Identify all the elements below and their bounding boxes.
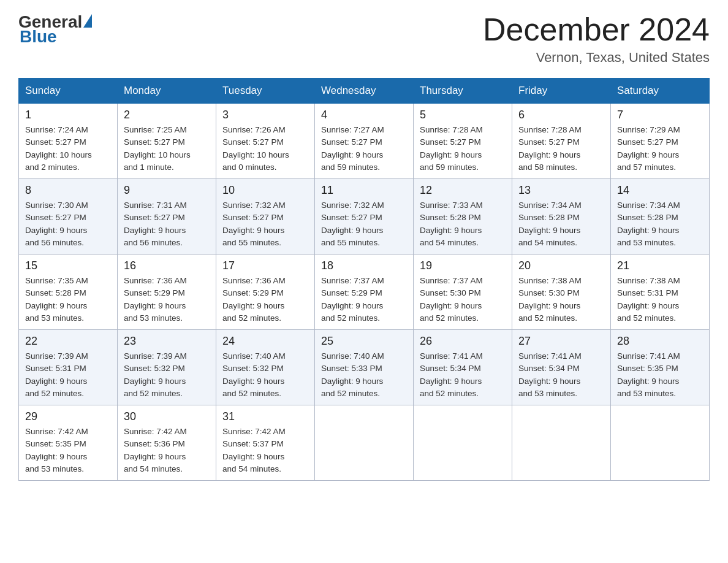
logo[interactable]: General Blue bbox=[18, 12, 92, 47]
day-info: Sunrise: 7:29 AMSunset: 5:27 PMDaylight:… bbox=[617, 124, 703, 174]
calendar-week-row: 15Sunrise: 7:35 AMSunset: 5:28 PMDayligh… bbox=[19, 255, 710, 330]
calendar-cell: 24Sunrise: 7:40 AMSunset: 5:32 PMDayligh… bbox=[216, 330, 315, 405]
logo-blue-text: Blue bbox=[20, 27, 57, 47]
calendar-week-row: 1Sunrise: 7:24 AMSunset: 5:27 PMDaylight… bbox=[19, 104, 710, 179]
day-number: 22 bbox=[25, 335, 111, 348]
weekday-header-saturday: Saturday bbox=[611, 79, 710, 104]
calendar-cell: 12Sunrise: 7:33 AMSunset: 5:28 PMDayligh… bbox=[414, 179, 512, 255]
day-number: 15 bbox=[25, 259, 111, 272]
day-info: Sunrise: 7:38 AMSunset: 5:31 PMDaylight:… bbox=[617, 275, 703, 324]
calendar-cell: 19Sunrise: 7:37 AMSunset: 5:30 PMDayligh… bbox=[414, 255, 512, 330]
day-number: 13 bbox=[518, 184, 604, 197]
calendar-cell bbox=[512, 405, 611, 481]
day-number: 27 bbox=[518, 335, 604, 348]
day-number: 18 bbox=[321, 259, 407, 272]
calendar-cell bbox=[315, 405, 414, 481]
calendar-cell bbox=[611, 405, 710, 481]
day-info: Sunrise: 7:35 AMSunset: 5:28 PMDaylight:… bbox=[25, 275, 111, 324]
day-info: Sunrise: 7:30 AMSunset: 5:27 PMDaylight:… bbox=[25, 199, 111, 249]
calendar-cell: 10Sunrise: 7:32 AMSunset: 5:27 PMDayligh… bbox=[216, 179, 315, 255]
weekday-header-tuesday: Tuesday bbox=[216, 79, 315, 104]
day-info: Sunrise: 7:36 AMSunset: 5:29 PMDaylight:… bbox=[222, 275, 308, 324]
calendar-cell: 27Sunrise: 7:41 AMSunset: 5:34 PMDayligh… bbox=[512, 330, 611, 405]
calendar-cell: 26Sunrise: 7:41 AMSunset: 5:34 PMDayligh… bbox=[414, 330, 512, 405]
day-info: Sunrise: 7:28 AMSunset: 5:27 PMDaylight:… bbox=[518, 124, 604, 174]
day-info: Sunrise: 7:42 AMSunset: 5:35 PMDaylight:… bbox=[25, 426, 111, 475]
calendar-cell: 8Sunrise: 7:30 AMSunset: 5:27 PMDaylight… bbox=[19, 179, 118, 255]
day-number: 1 bbox=[25, 109, 111, 121]
calendar-cell bbox=[414, 405, 512, 481]
weekday-header-wednesday: Wednesday bbox=[315, 79, 414, 104]
day-number: 30 bbox=[124, 410, 210, 423]
day-info: Sunrise: 7:40 AMSunset: 5:33 PMDaylight:… bbox=[321, 350, 407, 400]
day-info: Sunrise: 7:39 AMSunset: 5:32 PMDaylight:… bbox=[124, 350, 210, 400]
day-number: 26 bbox=[420, 335, 506, 348]
calendar-cell: 20Sunrise: 7:38 AMSunset: 5:30 PMDayligh… bbox=[512, 255, 611, 330]
day-number: 29 bbox=[25, 410, 111, 423]
weekday-header-thursday: Thursday bbox=[414, 79, 512, 104]
calendar-cell: 17Sunrise: 7:36 AMSunset: 5:29 PMDayligh… bbox=[216, 255, 315, 330]
day-info: Sunrise: 7:26 AMSunset: 5:27 PMDaylight:… bbox=[222, 124, 308, 174]
logo-triangle-icon bbox=[83, 14, 92, 28]
day-info: Sunrise: 7:41 AMSunset: 5:34 PMDaylight:… bbox=[420, 350, 506, 400]
day-info: Sunrise: 7:28 AMSunset: 5:27 PMDaylight:… bbox=[420, 124, 506, 174]
weekday-header-sunday: Sunday bbox=[19, 79, 118, 104]
calendar-cell: 23Sunrise: 7:39 AMSunset: 5:32 PMDayligh… bbox=[118, 330, 216, 405]
day-number: 7 bbox=[617, 109, 703, 121]
calendar-cell: 14Sunrise: 7:34 AMSunset: 5:28 PMDayligh… bbox=[611, 179, 710, 255]
day-number: 3 bbox=[222, 109, 308, 121]
day-number: 20 bbox=[518, 259, 604, 272]
weekday-header-monday: Monday bbox=[118, 79, 216, 104]
day-number: 24 bbox=[222, 335, 308, 348]
calendar-cell: 1Sunrise: 7:24 AMSunset: 5:27 PMDaylight… bbox=[19, 104, 118, 179]
day-info: Sunrise: 7:32 AMSunset: 5:27 PMDaylight:… bbox=[321, 199, 407, 249]
day-number: 8 bbox=[25, 184, 111, 197]
day-number: 6 bbox=[518, 109, 604, 121]
calendar-cell: 13Sunrise: 7:34 AMSunset: 5:28 PMDayligh… bbox=[512, 179, 611, 255]
day-info: Sunrise: 7:36 AMSunset: 5:29 PMDaylight:… bbox=[124, 275, 210, 324]
calendar-cell: 7Sunrise: 7:29 AMSunset: 5:27 PMDaylight… bbox=[611, 104, 710, 179]
day-number: 23 bbox=[124, 335, 210, 348]
title-block: December 2024 Vernon, Texas, United Stat… bbox=[483, 12, 710, 66]
day-number: 16 bbox=[124, 259, 210, 272]
calendar-cell: 16Sunrise: 7:36 AMSunset: 5:29 PMDayligh… bbox=[118, 255, 216, 330]
day-info: Sunrise: 7:42 AMSunset: 5:37 PMDaylight:… bbox=[222, 426, 308, 475]
day-info: Sunrise: 7:24 AMSunset: 5:27 PMDaylight:… bbox=[25, 124, 111, 174]
day-info: Sunrise: 7:31 AMSunset: 5:27 PMDaylight:… bbox=[124, 199, 210, 249]
day-info: Sunrise: 7:42 AMSunset: 5:36 PMDaylight:… bbox=[124, 426, 210, 475]
day-number: 5 bbox=[420, 109, 506, 121]
calendar-cell: 21Sunrise: 7:38 AMSunset: 5:31 PMDayligh… bbox=[611, 255, 710, 330]
calendar-cell: 22Sunrise: 7:39 AMSunset: 5:31 PMDayligh… bbox=[19, 330, 118, 405]
day-number: 9 bbox=[124, 184, 210, 197]
calendar-header-row: SundayMondayTuesdayWednesdayThursdayFrid… bbox=[19, 79, 710, 104]
day-number: 14 bbox=[617, 184, 703, 197]
location-label: Vernon, Texas, United States bbox=[483, 50, 710, 66]
day-info: Sunrise: 7:34 AMSunset: 5:28 PMDaylight:… bbox=[617, 199, 703, 249]
calendar-week-row: 29Sunrise: 7:42 AMSunset: 5:35 PMDayligh… bbox=[19, 405, 710, 481]
calendar-cell: 28Sunrise: 7:41 AMSunset: 5:35 PMDayligh… bbox=[611, 330, 710, 405]
calendar-cell: 29Sunrise: 7:42 AMSunset: 5:35 PMDayligh… bbox=[19, 405, 118, 481]
day-info: Sunrise: 7:37 AMSunset: 5:29 PMDaylight:… bbox=[321, 275, 407, 324]
day-number: 17 bbox=[222, 259, 308, 272]
calendar-cell: 6Sunrise: 7:28 AMSunset: 5:27 PMDaylight… bbox=[512, 104, 611, 179]
day-number: 28 bbox=[617, 335, 703, 348]
calendar-cell: 11Sunrise: 7:32 AMSunset: 5:27 PMDayligh… bbox=[315, 179, 414, 255]
day-number: 25 bbox=[321, 335, 407, 348]
day-info: Sunrise: 7:40 AMSunset: 5:32 PMDaylight:… bbox=[222, 350, 308, 400]
day-info: Sunrise: 7:27 AMSunset: 5:27 PMDaylight:… bbox=[321, 124, 407, 174]
day-info: Sunrise: 7:38 AMSunset: 5:30 PMDaylight:… bbox=[518, 275, 604, 324]
calendar-cell: 31Sunrise: 7:42 AMSunset: 5:37 PMDayligh… bbox=[216, 405, 315, 481]
weekday-header-friday: Friday bbox=[512, 79, 611, 104]
day-number: 21 bbox=[617, 259, 703, 272]
calendar-cell: 25Sunrise: 7:40 AMSunset: 5:33 PMDayligh… bbox=[315, 330, 414, 405]
calendar-cell: 9Sunrise: 7:31 AMSunset: 5:27 PMDaylight… bbox=[118, 179, 216, 255]
day-number: 19 bbox=[420, 259, 506, 272]
day-number: 10 bbox=[222, 184, 308, 197]
day-info: Sunrise: 7:39 AMSunset: 5:31 PMDaylight:… bbox=[25, 350, 111, 400]
day-number: 12 bbox=[420, 184, 506, 197]
page-header: General Blue December 2024 Vernon, Texas… bbox=[18, 12, 710, 66]
calendar-table: SundayMondayTuesdayWednesdayThursdayFrid… bbox=[18, 78, 710, 481]
calendar-cell: 2Sunrise: 7:25 AMSunset: 5:27 PMDaylight… bbox=[118, 104, 216, 179]
day-number: 11 bbox=[321, 184, 407, 197]
calendar-week-row: 8Sunrise: 7:30 AMSunset: 5:27 PMDaylight… bbox=[19, 179, 710, 255]
